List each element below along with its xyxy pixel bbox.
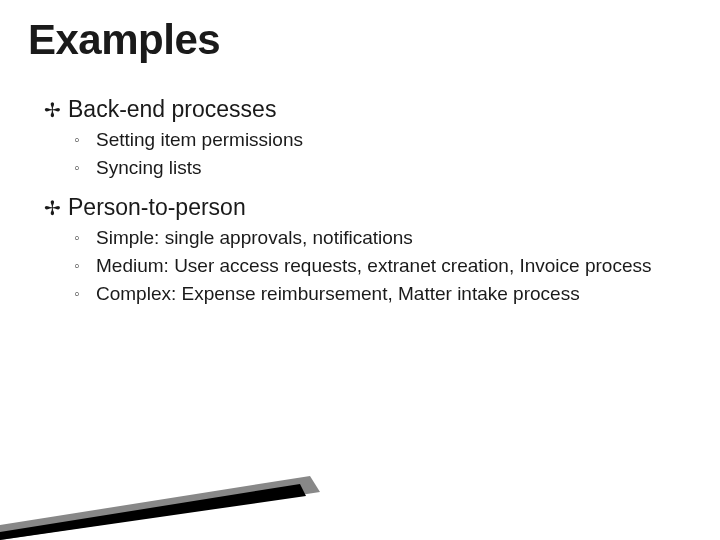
bullet-text: Person-to-person (68, 194, 246, 220)
sub-bullet-marker-icon: ◦ (74, 283, 80, 305)
sub-item-text: Medium: User access requests, extranet c… (96, 255, 651, 276)
decorative-wedge (0, 470, 320, 540)
sub-item-text: Simple: single approvals, notifications (96, 227, 413, 248)
sub-item: ◦ Simple: single approvals, notification… (74, 225, 676, 251)
sub-item-text: Syncing lists (96, 157, 202, 178)
bullet-marker-icon: ✢ (44, 98, 61, 122)
sub-list: ◦ Simple: single approvals, notification… (44, 225, 676, 306)
sub-bullet-marker-icon: ◦ (74, 157, 80, 179)
sub-item-text: Complex: Expense reimbursement, Matter i… (96, 283, 580, 304)
sub-bullet-marker-icon: ◦ (74, 255, 80, 277)
sub-list: ◦ Setting item permissions ◦ Syncing lis… (44, 127, 676, 180)
slide-title: Examples (0, 0, 720, 64)
bullet-marker-icon: ✢ (44, 196, 61, 220)
svg-marker-1 (0, 484, 306, 540)
bullet-text: Back-end processes (68, 96, 276, 122)
sub-bullet-marker-icon: ◦ (74, 227, 80, 249)
bullet-item: ✢ Back-end processes (44, 96, 676, 123)
sub-item-text: Setting item permissions (96, 129, 303, 150)
sub-item: ◦ Medium: User access requests, extranet… (74, 253, 676, 279)
sub-item: ◦ Setting item permissions (74, 127, 676, 153)
sub-bullet-marker-icon: ◦ (74, 129, 80, 151)
bullet-item: ✢ Person-to-person (44, 194, 676, 221)
svg-marker-0 (0, 476, 320, 540)
content-body: ✢ Back-end processes ◦ Setting item perm… (0, 64, 720, 306)
sub-item: ◦ Syncing lists (74, 155, 676, 181)
sub-item: ◦ Complex: Expense reimbursement, Matter… (74, 281, 676, 307)
